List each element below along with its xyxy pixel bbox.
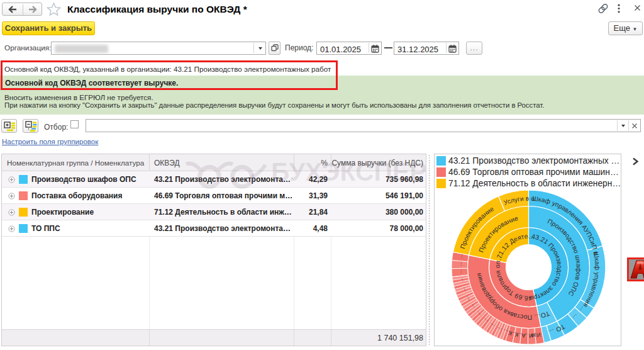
svg-text:…: … [457, 261, 462, 266]
svg-text:…: … [457, 269, 462, 274]
svg-text:…: … [458, 277, 464, 283]
svg-text:…: … [457, 252, 464, 258]
